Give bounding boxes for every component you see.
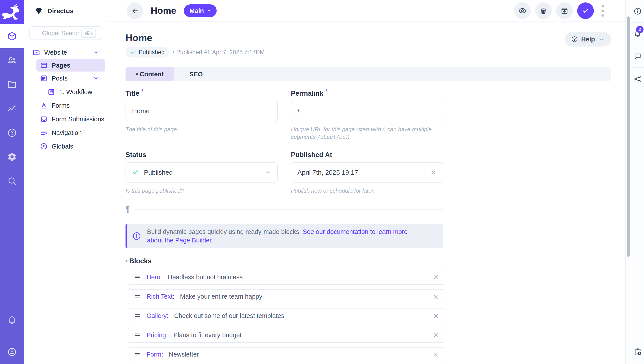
published-at-input[interactable]: April 7th, 2025 19:17 (291, 162, 443, 183)
module-documentation[interactable] (0, 121, 24, 145)
block-title: Check out some of our latest templates (174, 312, 284, 319)
sidebar-item-pages[interactable]: Pages (36, 59, 105, 72)
module-user-directory[interactable] (0, 48, 24, 72)
globe-icon (40, 142, 48, 150)
edited-dot (136, 73, 138, 75)
sidebar-item-workflow[interactable]: 1. Workflow (24, 85, 107, 99)
notifications-button[interactable] (0, 308, 24, 332)
sidebar-item-form-submissions[interactable]: Form Submissions (24, 112, 107, 126)
sidebar-item-label: Globals (52, 143, 73, 150)
status-select-value: Published (144, 169, 173, 176)
module-file-library[interactable] (0, 72, 24, 97)
global-search-input[interactable]: Global Search ⌘K (29, 26, 102, 40)
chevron-down-icon[interactable] (93, 49, 99, 56)
block-type[interactable]: Rich Text: (146, 293, 174, 300)
field-published-at: Published At April 7th, 2025 19:17 Publi… (291, 151, 443, 195)
account-icon (7, 347, 17, 357)
divider-line (135, 209, 443, 210)
sidebar-item-navigation[interactable]: Navigation (24, 126, 107, 139)
field-label-row: Status (126, 151, 278, 159)
chevron-down-icon (264, 169, 271, 176)
version-menu-button[interactable]: Main (184, 5, 217, 17)
block-type[interactable]: Pricing: (146, 331, 168, 339)
module-search[interactable] (0, 169, 24, 193)
more-options-button[interactable] (598, 4, 607, 18)
sidebar-item-label: Navigation (52, 129, 82, 136)
drag-handle-icon[interactable] (134, 351, 141, 358)
notification-count-badge: 2 (636, 26, 644, 33)
sidebar-item-website[interactable]: Website (24, 46, 107, 59)
block-row-hero[interactable]: Hero: Headless but not brainless (128, 270, 445, 285)
delete-button[interactable] (535, 3, 552, 19)
remove-icon[interactable] (432, 274, 439, 281)
comments-sidebar-button[interactable] (631, 45, 644, 68)
drag-handle-icon[interactable] (134, 293, 141, 301)
kanban-icon (47, 88, 55, 96)
field-label-row: Permalink (291, 90, 443, 97)
block-type[interactable]: Gallery: (146, 312, 168, 319)
field-note: The title of this page. (126, 125, 270, 133)
scrollbar-thumb[interactable] (627, 17, 630, 257)
status-badge-label: Published (139, 49, 165, 56)
module-bar-divider (6, 336, 18, 336)
remove-icon[interactable] (432, 351, 439, 358)
tab-seo[interactable]: SEO (174, 67, 218, 81)
field-title: Title Home The title of this page. (126, 90, 278, 141)
permalink-input[interactable]: / (291, 101, 443, 121)
info-sidebar-button[interactable] (631, 0, 644, 23)
title-input[interactable]: Home (126, 101, 278, 121)
back-button[interactable] (126, 3, 143, 19)
sidebar-item-globals[interactable]: Globals (24, 139, 107, 153)
block-row-gallery[interactable]: Gallery: Check out some of our latest te… (128, 308, 445, 323)
block-title: Make your entire team happy (180, 293, 262, 300)
folder-star-icon (32, 49, 40, 56)
preview-button[interactable] (514, 3, 531, 19)
remove-icon[interactable] (432, 293, 439, 300)
keyboard-shortcut-badge: ⌘K (81, 29, 96, 38)
chevron-down-icon[interactable] (93, 75, 99, 81)
scrollbar-track[interactable] (626, 0, 631, 364)
save-button[interactable] (577, 3, 594, 19)
share-icon (634, 75, 642, 83)
block-row-rich-text[interactable]: Rich Text: Make your entire team happy (128, 289, 445, 304)
trash-icon (539, 7, 548, 15)
account-button[interactable] (0, 340, 24, 364)
remove-icon[interactable] (432, 332, 439, 338)
tab-content[interactable]: Content (126, 67, 174, 81)
module-settings[interactable] (0, 145, 24, 169)
remove-icon[interactable] (432, 313, 439, 319)
block-type[interactable]: Hero: (146, 274, 162, 281)
clear-icon[interactable] (430, 169, 436, 176)
share-sidebar-button[interactable] (631, 68, 644, 90)
field-label: Permalink (291, 90, 323, 97)
sidebar-item-posts[interactable]: Posts (24, 72, 107, 85)
drag-handle-icon[interactable] (134, 331, 141, 339)
title-input-value: Home (132, 107, 150, 115)
sidebar-item-forms[interactable]: Forms (24, 99, 107, 112)
notifications-sidebar-button[interactable]: 2 (631, 23, 644, 45)
drag-handle-icon[interactable] (134, 273, 141, 281)
people-icon (7, 55, 17, 65)
block-type[interactable]: Form: (146, 351, 163, 358)
revisions-sidebar-button[interactable] (631, 340, 644, 364)
field-note: Is this page published? (126, 187, 270, 195)
status-select[interactable]: Published (126, 162, 278, 183)
block-row-form[interactable]: Form: Newsletter (128, 347, 445, 362)
comment-icon (634, 52, 642, 61)
module-content[interactable] (0, 24, 24, 48)
block-row-pricing[interactable]: Pricing: Plans to fit every budget (128, 328, 445, 343)
archive-button[interactable] (556, 3, 573, 19)
paragraph-icon[interactable]: ¶ (126, 205, 130, 214)
help-icon (7, 128, 17, 138)
required-star-icon (141, 89, 144, 92)
project-header[interactable]: Directus (24, 0, 107, 22)
drag-handle-icon[interactable] (134, 312, 141, 320)
help-icon (571, 36, 578, 43)
directus-logo[interactable] (0, 0, 24, 24)
tab-label: SEO (189, 71, 202, 78)
module-insights[interactable] (0, 97, 24, 121)
page-title: Home (151, 6, 176, 16)
blocks-list: Hero: Headless but not brainless Rich Te… (128, 270, 445, 362)
check-icon (581, 7, 590, 15)
help-button[interactable]: Help (565, 32, 611, 47)
